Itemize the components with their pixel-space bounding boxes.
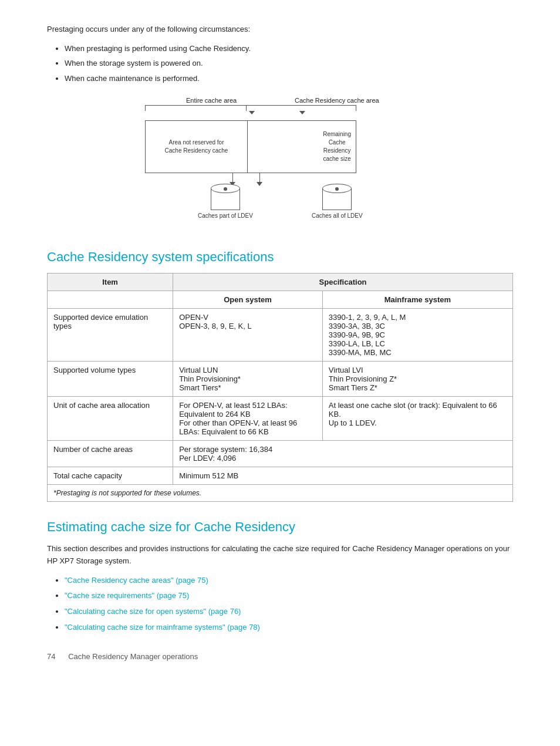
cache-specs-heading: Cache Residency system specifications: [47, 249, 513, 265]
table-row: Supported volume typesVirtual LUNThin Pr…: [48, 361, 513, 396]
table-cell-item: Supported volume types: [48, 361, 173, 396]
table-row: Total cache capacityMinimum 512 MB: [48, 467, 513, 484]
col-header-spec: Specification: [173, 273, 513, 291]
estimating-intro: This section describes and provides inst…: [47, 543, 513, 568]
table-row: Supported device emulation typesOPEN-VOP…: [48, 308, 513, 361]
table-cell-open: For OPEN-V, at least 512 LBAs: Equivalen…: [173, 396, 323, 440]
remaining-area: RemainingCacheResidencycache size: [248, 121, 356, 173]
footer-text: Cache Residency Manager operations: [68, 652, 198, 661]
list-item: "Cache Residency cache areas" (page 75): [65, 573, 513, 588]
cr-cache-bracket: [246, 105, 356, 111]
page-footer: 74 Cache Residency Manager operations: [47, 652, 513, 661]
estimating-link[interactable]: "Cache Residency cache areas" (page 75): [65, 576, 208, 585]
col-header-item: Item: [48, 273, 173, 291]
cr-cache-arrow: [299, 111, 305, 114]
table-row: Number of cache areasPer storage system:…: [48, 440, 513, 467]
spec-table: Item Specification Open system Mainframe…: [47, 273, 513, 502]
cylinder-part-ldev: Caches part of LDEV: [198, 184, 253, 219]
table-cell-open: Per storage system: 16,384Per LDEV: 4,09…: [173, 440, 513, 467]
estimating-link[interactable]: "Calculating cache size for open systems…: [65, 607, 241, 616]
table-cell-mainframe: 3390-1, 2, 3, 9, A, L, M3390-3A, 3B, 3C3…: [322, 308, 512, 361]
cyl-label-2: Caches all of LDEV: [312, 212, 363, 219]
list-item: "Calculating cache size for open systems…: [65, 605, 513, 619]
footnote-cell: *Prestaging is not supported for these v…: [48, 484, 513, 501]
remaining-cache-label: RemainingCacheResidencycache size: [323, 130, 351, 163]
page-number: 74: [47, 652, 55, 661]
table-cell-mainframe: At least one cache slot (or track): Equi…: [322, 396, 512, 440]
main-cache-rect: Area not reserved forCache Residency cac…: [145, 120, 356, 173]
estimating-links: "Cache Residency cache areas" (page 75)"…: [65, 573, 513, 635]
estimating-section: Estimating cache size for Cache Residenc…: [47, 519, 513, 634]
cylinder-shape-1: [211, 184, 240, 210]
estimating-link[interactable]: "Calculating cache size for mainframe sy…: [65, 623, 260, 632]
col-subheader-empty: [48, 291, 173, 308]
cylinders-row: Caches part of LDEV Caches all of LDEV: [198, 184, 363, 219]
footnote-row: *Prestaging is not supported for these v…: [48, 484, 513, 501]
table-cell-item: Supported device emulation types: [48, 308, 173, 361]
table-row: Unit of cache area allocationFor OPEN-V,…: [48, 396, 513, 440]
cyl-label-1: Caches part of LDEV: [198, 212, 253, 219]
table-cell-item: Total cache capacity: [48, 467, 173, 484]
estimating-link[interactable]: "Cache size requirements" (page 75): [65, 591, 189, 600]
cr-cache-label: Cache Residency cache area: [295, 97, 379, 104]
area-not-reserved-label: Area not reserved forCache Residency cac…: [165, 139, 228, 155]
intro-bullets: When prestaging is performed using Cache…: [65, 42, 513, 85]
area-not-reserved: Area not reserved forCache Residency cac…: [146, 121, 248, 173]
list-item: "Cache size requirements" (page 75): [65, 589, 513, 603]
list-item: "Calculating cache size for mainframe sy…: [65, 620, 513, 635]
bullet-3: When cache maintenance is performed.: [65, 72, 513, 85]
bullet-1: When prestaging is performed using Cache…: [65, 42, 513, 55]
bullet-2: When the storage system is powered on.: [65, 56, 513, 70]
col-subheader-open: Open system: [173, 291, 323, 308]
cyl-dot-1: [224, 187, 227, 191]
table-cell-open: Virtual LUNThin Provisioning*Smart Tiers…: [173, 361, 323, 396]
cylinder-shape-2: [322, 184, 352, 210]
estimating-heading: Estimating cache size for Cache Residenc…: [47, 519, 513, 535]
table-cell-open: Minimum 512 MB: [173, 467, 513, 484]
table-cell-item: Unit of cache area allocation: [48, 396, 173, 440]
entire-cache-label: Entire cache area: [186, 97, 237, 104]
table-cell-item: Number of cache areas: [48, 440, 173, 467]
intro-paragraph: Prestaging occurs under any of the follo…: [47, 23, 513, 36]
entire-cache-arrow: [249, 111, 255, 114]
col-subheader-mainframe: Mainframe system: [322, 291, 512, 308]
cache-diagram: Entire cache area Cache Residency cache …: [47, 97, 513, 232]
cylinder-all-ldev: Caches all of LDEV: [312, 184, 363, 219]
table-cell-open: OPEN-VOPEN-3, 8, 9, E, K, L: [173, 308, 323, 361]
table-cell-mainframe: Virtual LVIThin Provisioning Z*Smart Tie…: [322, 361, 512, 396]
